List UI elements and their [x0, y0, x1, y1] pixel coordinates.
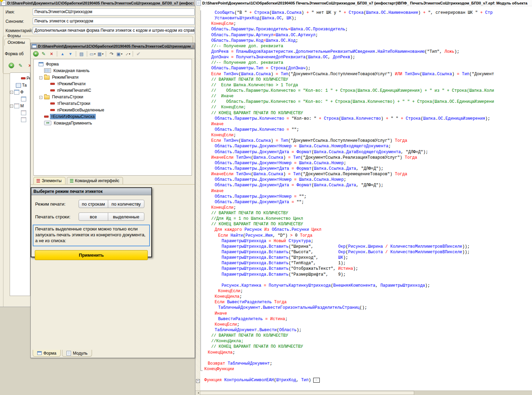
code-editor-content[interactable]: Сообщить("В " + Строка(Шапка.Ссылка) + "… — [200, 10, 532, 391]
tab-elements[interactable]: Элементы — [33, 177, 65, 184]
code-line[interactable]: //Для Ид = 1 по Шапка.Количество Цикл — [200, 216, 532, 222]
edit-button[interactable]: ✎ — [17, 62, 24, 69]
code-line[interactable]: ПараметрыШтрихкода = Новый Структура; — [200, 239, 532, 244]
code-line[interactable]: ПараметрыШтрихкода.Вставить("Высота", Ок… — [200, 250, 532, 255]
toggle-button[interactable]: по строкам — [79, 200, 108, 208]
fold-expand-icon[interactable]: + — [196, 379, 200, 383]
properties-window-titlebar[interactable]: D:\SharePoint\Документы\1С\Обработки\201… — [0, 0, 195, 6]
code-line[interactable]: КонецЕсли; — [200, 205, 532, 211]
edit-button[interactable]: ✎ — [40, 50, 47, 57]
code-line[interactable]: // КОНЕЦ ВАРИАНТ ПЕЧАТИ ПО КОЛИЧЕСТВУ — [200, 344, 532, 350]
code-line[interactable]: ДопРекв = ПланыВидовХарактеристик.Дополн… — [200, 49, 532, 55]
code-line[interactable]: Для каждого Рисунок Из Область.Рисунки Ц… — [200, 227, 532, 233]
code-line[interactable]: ТабличныйДокумент.Вывести(Область); — [200, 328, 532, 333]
code-line[interactable] — [200, 278, 532, 283]
code-line[interactable]: КонецЕсли; — [200, 322, 532, 328]
scroll-left-arrow-icon[interactable] — [195, 391, 200, 395]
code-line[interactable]: ИначеЕсли ТипЗнч(Шапка.Ссылка) = Тип("До… — [200, 155, 532, 161]
tab-module[interactable]: Модуль — [62, 350, 92, 357]
collapse-toggle-icon[interactable]: - — [10, 91, 13, 94]
screen-mode-button[interactable]: ▭▾ — [89, 50, 96, 57]
code-line[interactable]: КонецЦикла; — [200, 294, 532, 300]
name-input[interactable]: ПечатьЭтикетокСШтрихходом — [33, 8, 195, 16]
code-line[interactable]: Область.Параметры.Количество = ""; — [200, 127, 532, 133]
form-tree-item[interactable]: пРежимВсеВыделенные — [34, 107, 191, 113]
code-line[interactable]: Область.Параметры.ДокументНомер = Шапка.… — [200, 177, 532, 183]
code-line[interactable]: ПараметрыШтрихкода.Вставить("ТипКода", 1… — [200, 261, 532, 266]
code-line[interactable]: // Иначе — [200, 94, 532, 99]
horizontal-scrollbar[interactable] — [195, 391, 532, 395]
code-line[interactable]: //-- Получение доп. реквизита — [200, 44, 532, 49]
code-line[interactable]: КонецЕсли; — [200, 133, 532, 138]
code-window-titlebar[interactable]: D:\SharePoint\Документы\1С\Обработки\201… — [195, 0, 532, 6]
form-tree-item[interactable]: тЕслиИзФормыСписка — [34, 113, 191, 120]
delete-button[interactable]: × — [48, 50, 55, 57]
code-line[interactable]: Область.Параметры.ДокументНомер = Шапка.… — [200, 161, 532, 166]
form-tree-item[interactable]: тРежимПечати — [34, 80, 191, 87]
tab-main-forms[interactable]: Основны — [4, 39, 30, 46]
form-tree-item[interactable]: Форма — [34, 61, 191, 67]
code-line[interactable]: Область.Параметры.ДокументДата = ""; — [200, 200, 532, 205]
properties-button[interactable]: ▤ — [78, 50, 85, 57]
code-line[interactable]: Область.Параметры.Производитель=Шапка.ОС… — [200, 27, 532, 32]
form-tree-item[interactable]: пРежимПечатиКС — [34, 87, 191, 93]
code-line[interactable]: КонецФункции — [200, 367, 532, 372]
code-line[interactable]: Область.Параметры.Количество = "Кол-во: … — [200, 116, 532, 122]
layout-mode-button[interactable]: ▦▾ — [97, 50, 104, 57]
code-line[interactable]: // КОНЕЦ ВАРИАНТ ПЕЧАТИ ПО КОЛИЧЕСТВУ — [200, 111, 532, 116]
code-line[interactable]: Если Найти(Рисунок.Имя, "D") > 0 Тогда — [200, 233, 532, 239]
code-line[interactable]: Рисунок.Картинка = ПолучитьКартинкуШтрих… — [200, 283, 532, 289]
code-line[interactable] — [200, 372, 532, 378]
collapse-toggle-icon[interactable]: - — [10, 105, 13, 108]
dropdown-caret-icon[interactable]: ▾ — [94, 52, 95, 56]
code-line[interactable]: УстановитьШтрихКод(Шапка.ОС, ШК); — [200, 16, 532, 21]
add-button[interactable]: + — [32, 50, 39, 57]
code-line[interactable]: ТабличныйДокумент.ВывестиГоризонтальныйР… — [200, 305, 532, 311]
code-line[interactable]: // ВАРИАНТ ПЕЧАТИ ПО КОЛИЧЕСТВУ — [200, 77, 532, 83]
tab-form[interactable]: Форма — [33, 350, 61, 357]
comment-input[interactable]: Дополнительная печатная форма Печати эти… — [33, 27, 195, 34]
code-line[interactable]: Функция КонтрольныйСимволЕАН(ШтрихКод, Т… — [200, 378, 532, 383]
code-line[interactable]: // КонецЕсли; — [200, 105, 532, 110]
code-line[interactable]: Если ВывестиРазделитель Тогда — [200, 300, 532, 305]
code-line[interactable]: КонецЦикла; — [200, 350, 532, 356]
dropdown-caret-icon[interactable]: ▾ — [102, 52, 103, 56]
metadata-tree-item[interactable]: -Ф — [10, 89, 30, 96]
move-up-button[interactable]: ▲ — [59, 50, 66, 57]
collapsed-code-ellipsis[interactable]: … — [313, 378, 320, 383]
code-line[interactable]: КонецЕсли; — [200, 21, 532, 27]
designer-titlebar[interactable]: D:\SharePoint\Документы\1С\Обработки\201… — [31, 43, 195, 49]
code-line[interactable]: ВывестиРазделитель = Истина; — [200, 317, 532, 322]
code-line[interactable]: // Если Шапка.Количество > 1 Тогда — [200, 83, 532, 88]
scrollbar-thumb[interactable] — [200, 391, 414, 395]
code-line[interactable]: КонецЕсли; — [200, 289, 532, 294]
move-down-button[interactable]: ▼ — [67, 50, 74, 57]
code-line[interactable]: Если ТипЗнч(Шапка.Ссылка) = Тип("Докумен… — [200, 72, 532, 77]
code-line[interactable]: // Область.Параметры.Количество = "Кол-в… — [200, 99, 532, 105]
form-tree-item[interactable]: -ПечататьСтроки — [34, 93, 191, 100]
metadata-tree-item[interactable]: Та — [10, 82, 30, 89]
code-line[interactable]: Область.Параметры.ДокументДата = Формат(… — [200, 150, 532, 155]
code-fold-margin[interactable] — [195, 6, 200, 391]
code-line[interactable]: //-- Получение доп. реквизита — [200, 60, 532, 66]
check-button[interactable]: ✔ — [135, 50, 142, 57]
toggle-button[interactable]: выделенные — [108, 213, 144, 221]
code-line[interactable]: ПараметрыШтрихкода.Вставить("РазмерШрифт… — [200, 272, 532, 278]
metadata-tree-item[interactable] — [10, 116, 30, 123]
code-line[interactable]: Иначе — [200, 122, 532, 127]
code-line[interactable]: Область.Параметры.Артикул=Шапка.ОС.Артик… — [200, 33, 532, 38]
resize-window-button[interactable]: ▣▾ — [116, 50, 123, 57]
code-line[interactable]: Иначе — [200, 189, 532, 194]
scale-arrow-button[interactable]: ↔▾ — [124, 50, 131, 57]
code-line[interactable]: Область.Параметры.ДокументДата = Формат(… — [200, 166, 532, 172]
code-line[interactable]: ПараметрыШтрихкода.Вставить("Ширина", Ок… — [200, 244, 532, 250]
form-tree-item[interactable]: тПечататьСтроки — [34, 100, 191, 107]
code-line[interactable]: ИначеЕсли ТипЗнч(Шапка.Ссылка) = Тип("До… — [200, 172, 532, 177]
dropdown-caret-icon[interactable]: ▾ — [121, 52, 122, 56]
code-line[interactable]: Иначе — [200, 311, 532, 317]
code-line[interactable]: Возврат ТабличныйДокумент; — [200, 361, 532, 367]
code-line[interactable]: ОБласть.Параметры.Код=Шапка.ОС.Код; — [200, 38, 532, 44]
code-line[interactable]: Область.Параметры.ДокументНомер = ""; — [200, 194, 532, 200]
toggle-button[interactable]: все — [79, 213, 108, 221]
metadata-tree-item[interactable]: -М — [10, 102, 30, 109]
